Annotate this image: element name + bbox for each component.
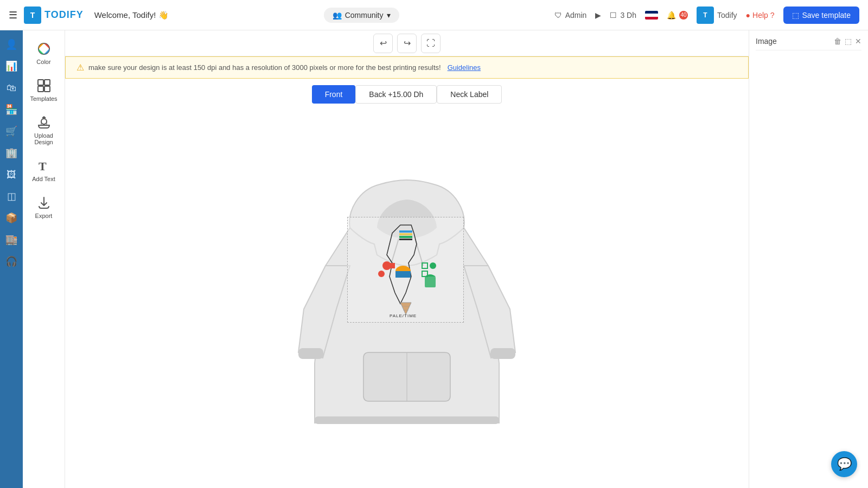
panel-copy-button[interactable]: ⬚: [845, 37, 852, 46]
time-item[interactable]: ☐ 3 Dh: [610, 11, 636, 20]
redo-button[interactable]: ↪: [397, 34, 417, 53]
sidebar-tool-templates[interactable]: Templates: [25, 74, 62, 106]
wave-emoji: 👋: [158, 10, 169, 20]
icon-bar-layer[interactable]: ◫: [2, 187, 21, 206]
icon-bar-support[interactable]: 🎧: [2, 252, 21, 271]
user-item[interactable]: T Todify: [697, 7, 737, 24]
sidebar-tool-text[interactable]: T Add Text: [25, 154, 62, 187]
svg-rect-20: [315, 416, 499, 424]
panel-delete-button[interactable]: 🗑: [834, 37, 841, 46]
export-icon: [36, 195, 52, 210]
svg-rect-25: [395, 271, 411, 278]
icon-bar-chart[interactable]: 📊: [2, 56, 21, 76]
notification-badge: 40: [679, 11, 688, 20]
community-button[interactable]: 👥 Community ▾: [324, 8, 399, 23]
icon-bar-building[interactable]: 🏢: [2, 143, 21, 163]
svg-rect-29: [425, 277, 436, 287]
icon-bar-box[interactable]: 📦: [2, 208, 21, 228]
uk-flag-icon: [645, 11, 658, 20]
undo-button[interactable]: ↩: [373, 34, 393, 53]
help-label: Help ?: [752, 11, 774, 20]
user-avatar: T: [697, 7, 714, 24]
svg-rect-31: [399, 233, 412, 235]
svg-rect-23: [390, 263, 395, 268]
tab-bar: Front Back +15.00 Dh Neck Label: [65, 79, 749, 108]
bell-icon: 🔔: [667, 11, 676, 20]
notification-item[interactable]: 🔔 40: [667, 11, 688, 20]
icon-bar-store[interactable]: 🏪: [2, 100, 21, 119]
export-label: Export: [35, 213, 53, 219]
templates-icon: [36, 78, 52, 93]
svg-rect-5: [44, 86, 50, 92]
product-canvas: PALE/TIME: [65, 108, 749, 488]
color-icon: [36, 41, 52, 56]
icon-bar-image[interactable]: 🖼: [2, 165, 21, 184]
nav-right-section: 🛡 Admin ▶ ☐ 3 Dh 🔔 40 T Todify ● Help ? …: [554, 7, 859, 24]
warning-banner: ⚠ make sure your design is at least 150 …: [65, 56, 749, 79]
svg-point-28: [430, 262, 436, 269]
welcome-text: Welcome, Todify! 👋: [94, 10, 169, 20]
time-label: 3 Dh: [620, 11, 636, 20]
help-button[interactable]: ● Help ?: [746, 11, 775, 20]
chat-button[interactable]: 💬: [831, 451, 857, 477]
right-panel-header: Image 🗑 ⬚ ✕: [756, 37, 861, 50]
upload-icon: [36, 115, 52, 130]
sidebar-tool-export[interactable]: Export: [25, 191, 62, 223]
right-panel-actions: 🗑 ⬚ ✕: [834, 37, 861, 46]
icon-bar-bag[interactable]: 🛍: [2, 78, 21, 98]
warning-text: make sure your design is at least 150 dp…: [88, 63, 441, 72]
sidebar-tool-upload[interactable]: Upload Design: [25, 111, 62, 150]
design-overlay[interactable]: PALE/TIME: [347, 217, 464, 323]
svg-text:T: T: [39, 159, 47, 173]
icon-bar: 👤 📊 🛍 🏪 🛒 🏢 🖼 ◫ 📦 🏬 🎧: [0, 30, 23, 488]
save-template-button[interactable]: ⬚ Save template: [783, 7, 860, 24]
help-icon: ●: [746, 11, 750, 20]
svg-rect-19: [490, 348, 515, 359]
tab-neck[interactable]: Neck Label: [437, 85, 502, 104]
clock-icon: ☐: [610, 11, 617, 20]
svg-rect-26: [422, 263, 427, 268]
tab-back[interactable]: Back +15.00 Dh: [355, 85, 437, 104]
sidebar-tool-color[interactable]: Color: [25, 37, 62, 69]
warning-icon: ⚠: [76, 62, 84, 73]
tab-front[interactable]: Front: [312, 85, 356, 104]
svg-rect-32: [399, 236, 412, 238]
design-svg: PALE/TIME: [362, 222, 449, 317]
panel-close-button[interactable]: ✕: [855, 37, 861, 46]
svg-point-1: [42, 47, 46, 51]
logo-text: TODIFY: [44, 9, 84, 21]
svg-rect-33: [399, 239, 412, 240]
community-icon: 👥: [333, 11, 342, 20]
text-label: Add Text: [32, 176, 55, 182]
top-navigation: ☰ T TODIFY Welcome, Todify! 👋 👥 Communit…: [0, 0, 868, 30]
upload-label: Upload Design: [28, 132, 60, 145]
svg-text:PALE/TIME: PALE/TIME: [390, 313, 417, 317]
icon-bar-shop[interactable]: 🏬: [2, 230, 21, 249]
nav-center: 👥 Community ▾: [175, 8, 548, 23]
image-label: Image: [756, 37, 777, 46]
main-layout: 👤 📊 🛍 🏪 🛒 🏢 🖼 ◫ 📦 🏬 🎧 Color: [0, 30, 868, 488]
canvas-toolbar: ↩ ↪ ⛶: [65, 30, 749, 56]
app-logo: T TODIFY: [24, 7, 84, 24]
video-icon: ▶: [595, 11, 601, 20]
templates-label: Templates: [30, 95, 57, 102]
user-label: Todify: [717, 11, 737, 20]
hoodie-container: PALE/TIME: [293, 157, 521, 439]
icon-bar-cart[interactable]: 🛒: [2, 121, 21, 141]
guidelines-link[interactable]: Guidelines: [448, 63, 481, 72]
canvas-area: ↩ ↪ ⛶ ⚠ make sure your design is at leas…: [65, 30, 749, 488]
admin-item[interactable]: 🛡 Admin: [554, 11, 587, 20]
save-template-label: Save template: [802, 11, 851, 20]
admin-label: Admin: [565, 11, 587, 20]
logo-icon: T: [24, 7, 41, 24]
hamburger-menu[interactable]: ☰: [9, 9, 17, 21]
fullscreen-button[interactable]: ⛶: [421, 34, 441, 53]
save-icon: ⬚: [792, 11, 799, 20]
icon-bar-user[interactable]: 👤: [2, 35, 21, 54]
svg-point-6: [41, 119, 47, 124]
svg-rect-30: [399, 230, 412, 233]
video-item[interactable]: ▶: [595, 11, 601, 20]
admin-icon: 🛡: [554, 11, 562, 20]
svg-rect-3: [44, 80, 50, 85]
flag-item[interactable]: [645, 11, 658, 20]
